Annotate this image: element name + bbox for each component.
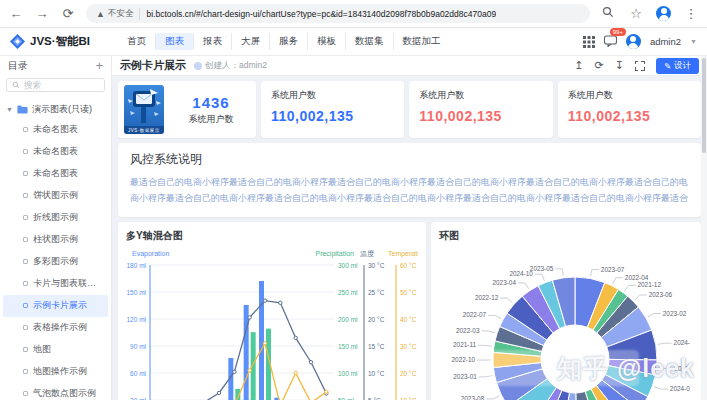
svg-text:150 ml: 150 ml [126, 289, 146, 296]
donut-label: 2022-10 [452, 356, 476, 363]
security-badge[interactable]: ▲ 不安全 [96, 8, 140, 20]
svg-text:Temperature2: Temperature2 [388, 250, 418, 258]
browser-toolbar: ← → ⟳ ▲ 不安全 bi.bctools.cn/#/chart-design… [0, 0, 707, 28]
donut-label: 2023-05 [530, 265, 554, 272]
donut-label: 2022-03 [456, 327, 480, 334]
donut-chart-card[interactable]: 环图 2023-072022-042021-122023-062023-0220… [431, 222, 701, 400]
svg-text:90 ml: 90 ml [130, 343, 146, 350]
caret-down-icon[interactable]: ▼ [6, 106, 13, 113]
nav-item-7[interactable]: 数据加工 [393, 33, 450, 50]
svg-text:20 °C: 20 °C [400, 370, 417, 377]
series-Evaporation[interactable] [152, 281, 326, 400]
sidebar-item-1[interactable]: 未命名图表 [3, 141, 108, 163]
reload-icon[interactable]: ⟳ [60, 6, 76, 21]
multi-axis-chart[interactable]: 30 ml50 ml5 °C10 °C60 ml100 ml10 °C20 °C… [126, 247, 418, 400]
app-logo[interactable]: JVS·智能BI [10, 34, 110, 49]
design-button[interactable]: ✎ 设计 [656, 58, 699, 74]
warning-icon: ▲ [96, 9, 105, 19]
donut-label: 2023-02 [663, 310, 687, 317]
sidebar-item-0[interactable]: 未命名图表 [3, 119, 108, 141]
description-title: 风控系统说明 [130, 151, 689, 168]
export-icon[interactable]: ↥ [574, 60, 583, 71]
search-icon [12, 81, 20, 89]
svg-text:250 ml: 250 ml [338, 289, 358, 296]
chevron-down-icon[interactable]: ▼ [690, 38, 697, 45]
metric-label: 系统用户数 [419, 89, 542, 102]
refresh-icon[interactable]: ⟳ [594, 60, 603, 71]
nav-item-1[interactable]: 图表 [155, 33, 193, 50]
svg-text:25 °C: 25 °C [368, 289, 385, 296]
svg-text:30 ml: 30 ml [130, 397, 146, 400]
axes: 30 ml50 ml5 °C10 °C60 ml100 ml10 °C20 °C… [126, 250, 418, 400]
tree-folder[interactable]: ▼ 演示图表(只读) [0, 100, 111, 119]
creator-info: 创建人：admin2 [194, 60, 267, 72]
user-avatar[interactable] [626, 34, 641, 49]
description-body: 最适合自己的电商小程序最适合自己的电商小程序最适合自己的电商小程序最适合自己的电… [130, 175, 689, 207]
sidebar-item-5[interactable]: 柱状图示例 [3, 229, 108, 251]
sidebar-item-9[interactable]: 表格操作示例 [3, 317, 108, 339]
donut-label: 2022-04 [625, 274, 649, 281]
nav-item-4[interactable]: 服务 [269, 33, 307, 50]
metric-card-3[interactable]: 系统用户数 110,002,135 [558, 81, 701, 138]
sidebar-item-6[interactable]: 多彩图示例 [3, 251, 108, 273]
donut-label: 2023-04 [493, 279, 517, 286]
file-icon [23, 193, 28, 198]
sidebar-item-11[interactable]: 地图操作示例 [3, 361, 108, 383]
file-icon [23, 369, 28, 374]
browser-profile-avatar[interactable] [656, 6, 671, 21]
page-scrollbar [701, 56, 707, 400]
pencil-icon: ✎ [664, 61, 671, 71]
username[interactable]: admin2 [650, 36, 681, 47]
forward-icon[interactable]: → [34, 6, 50, 21]
nav-item-0[interactable]: 首页 [118, 33, 155, 50]
nav-item-2[interactable]: 报表 [193, 33, 231, 50]
back-icon[interactable]: ← [8, 6, 24, 21]
file-icon [23, 347, 28, 352]
metric-card-1[interactable]: 系统用户数 110,002,135 [261, 81, 404, 138]
address-bar[interactable]: ▲ 不安全 bi.bctools.cn/#/chart-design-ui/ch… [86, 4, 590, 23]
sidebar-tree: ▼ 演示图表(只读) 未命名图表未命名图表未命名图表饼状图示例折线图示例柱状图示… [0, 100, 111, 400]
sidebar-item-10[interactable]: 地图 [3, 339, 108, 361]
mixed-chart-card[interactable]: 多Y轴混合图 30 ml50 ml5 °C10 °C60 ml100 ml10 … [118, 222, 426, 400]
svg-text:30 °C: 30 °C [400, 343, 417, 350]
metric-value: 110,002,135 [271, 108, 394, 124]
file-icon [23, 171, 28, 176]
sidebar-item-8[interactable]: 示例卡片展示 [3, 295, 108, 317]
nav-item-6[interactable]: 数据集 [345, 33, 393, 50]
scrollbar-thumb[interactable] [702, 58, 706, 153]
donut-label: 2021-11 [453, 341, 476, 348]
creator-icon [194, 62, 202, 70]
sidebar-item-7[interactable]: 卡片与图表联动示例 [3, 273, 108, 295]
svg-text:60 °C: 60 °C [400, 262, 417, 269]
card-illustration: JVS·数据展示 [124, 85, 164, 134]
sidebar-item-4[interactable]: 折线图示例 [3, 207, 108, 229]
svg-text:50 °C: 50 °C [400, 289, 417, 296]
nav-item-5[interactable]: 模板 [307, 33, 345, 50]
download-icon[interactable]: ↧ [615, 60, 624, 71]
description-card[interactable]: 风控系统说明 最适合自己的电商小程序最适合自己的电商小程序最适合自己的电商小程序… [118, 143, 701, 217]
logo-text: JVS·智能BI [30, 34, 90, 49]
series-Temperature2[interactable] [156, 342, 328, 400]
donut-label: 2024-05 [674, 339, 690, 346]
sidebar-item-12[interactable]: 气泡散点图示例 [3, 383, 108, 400]
metric-card-2[interactable]: 系统用户数 110,002,135 [409, 81, 552, 138]
stat-card-hero[interactable]: JVS·数据展示 1436 系统用户数 [118, 81, 256, 138]
search-input[interactable] [24, 80, 94, 90]
add-chart-button[interactable]: + [95, 59, 103, 72]
svg-text:10 °C: 10 °C [400, 397, 417, 400]
nav-item-3[interactable]: 大屏 [231, 33, 269, 50]
apps-grid-icon[interactable] [583, 36, 595, 48]
donut-label: 2022-12 [475, 294, 499, 301]
svg-text:20 °C: 20 °C [368, 316, 385, 323]
donut-chart[interactable]: 2023-072022-042021-122023-062023-022024-… [439, 245, 690, 400]
file-icon [23, 127, 28, 132]
stat-label: 系统用户数 [172, 113, 250, 126]
browser-menu-icon[interactable]: ⋮ [683, 6, 699, 21]
sidebar-item-2[interactable]: 未命名图表 [3, 163, 108, 185]
messages-button[interactable]: 99+ [604, 33, 617, 51]
fullscreen-icon[interactable] [635, 61, 645, 71]
sidebar-search[interactable] [6, 78, 105, 92]
search-icon[interactable] [600, 6, 616, 21]
sidebar-item-3[interactable]: 饼状图示例 [3, 185, 108, 207]
bookmark-star-icon[interactable]: ☆ [628, 6, 644, 21]
